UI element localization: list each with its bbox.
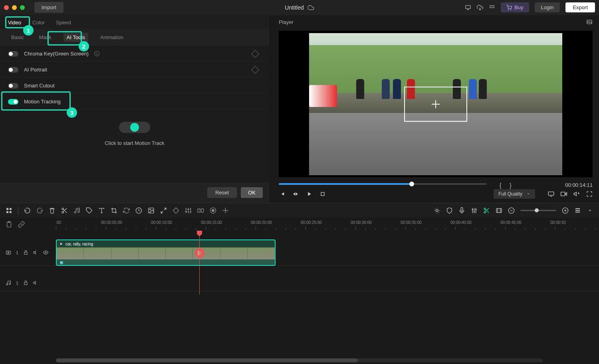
split-icon[interactable] [197,207,204,214]
svg-point-17 [62,212,63,213]
minimize-window-icon[interactable] [12,5,17,10]
svg-rect-41 [24,252,28,254]
undo-icon[interactable] [24,207,31,214]
paste-icon[interactable] [6,221,12,228]
eye-icon[interactable] [43,250,48,255]
subtab-mask[interactable]: Mask [36,33,55,42]
subtab-animation[interactable]: Animation [97,33,127,42]
cloud-sync-icon[interactable] [308,4,314,11]
crop-icon[interactable] [111,207,117,214]
tab-speed[interactable]: Speed [56,20,71,26]
mark-out-icon[interactable]: } [510,182,512,189]
video-preview[interactable] [279,31,593,177]
keyframe-icon[interactable] [251,66,259,74]
display-icon[interactable] [548,191,554,197]
mixer-icon[interactable] [471,207,478,214]
ok-button[interactable]: OK [241,187,263,198]
tool-chroma-key: Chroma Key(Green Screen) i [0,46,269,62]
lock-icon[interactable] [23,250,28,255]
chevron-down-icon[interactable] [587,207,593,214]
keyframe-icon[interactable] [251,50,259,58]
stop-icon[interactable] [319,191,326,197]
frame-icon[interactable] [496,207,502,214]
svg-point-18 [74,212,76,213]
apps-grid-icon[interactable] [489,4,495,11]
adjust-icon[interactable] [185,207,192,214]
play-icon[interactable] [306,191,312,197]
svg-rect-4 [490,7,491,8]
step-back-icon[interactable] [292,191,299,197]
link-icon[interactable] [18,221,25,228]
snapshot-icon[interactable] [586,19,593,25]
svg-point-27 [436,210,438,212]
delete-icon[interactable] [49,207,56,214]
motion-tracking-toggle[interactable] [8,99,18,105]
playhead[interactable] [199,231,200,295]
redo-icon[interactable] [36,207,43,214]
close-window-icon[interactable] [4,5,9,10]
prev-frame-icon[interactable] [279,191,285,197]
import-button[interactable]: Import [34,2,63,13]
chroma-key-toggle[interactable] [8,51,18,57]
desktop-icon[interactable] [465,4,471,11]
video-clip[interactable]: car, rally, racing [56,239,276,266]
marker-icon[interactable] [222,207,229,214]
speed-icon[interactable] [135,207,142,214]
zoom-slider[interactable] [520,210,556,211]
cut-marker-icon[interactable] [195,248,204,258]
record-icon[interactable] [210,207,216,214]
effects-icon[interactable] [434,207,440,214]
motion-tracking-label: Motion Tracking [24,99,61,105]
quality-dropdown[interactable]: Full Quality [494,189,535,199]
image-icon[interactable] [148,207,155,214]
rotate-icon[interactable] [123,207,130,214]
text-icon[interactable] [98,207,105,214]
diamond-icon[interactable] [173,207,179,214]
track-height-icon[interactable] [574,207,581,214]
svg-rect-46 [24,283,28,285]
subtab-basic[interactable]: Basic [8,33,27,42]
smart-cutout-toggle[interactable] [8,83,18,89]
mute-icon[interactable] [33,280,38,285]
cloud-download-icon[interactable] [477,4,483,11]
svg-rect-34 [575,210,580,211]
scene-person [356,79,364,99]
lock-icon[interactable] [23,280,28,285]
zoom-out-icon[interactable] [508,207,515,214]
zoom-in-icon[interactable] [562,207,569,214]
buy-button[interactable]: Buy [501,2,529,12]
volume-icon[interactable] [573,191,580,197]
cut-icon[interactable] [61,207,68,214]
mic-icon[interactable] [458,207,465,214]
subtab-ai-tools[interactable]: AI Tools [63,33,88,42]
reset-button[interactable]: Reset [207,187,237,198]
export-button[interactable]: Export [565,2,595,12]
mark-in-icon[interactable]: { [499,182,501,189]
tag-icon[interactable] [86,207,93,214]
fullscreen-icon[interactable] [586,191,593,197]
maximize-window-icon[interactable] [20,5,25,10]
player-timecode: 00:00:14:11 [565,182,593,188]
shield-icon[interactable] [446,207,453,214]
motion-track-prompt: Click to start Motion Track [0,140,269,146]
tool-motion-tracking: Motion Tracking [0,94,269,110]
magic-cut-icon[interactable] [483,207,490,214]
timeline-scrollbar[interactable] [56,358,543,362]
mute-icon[interactable] [33,250,38,255]
layout-icon[interactable] [6,207,12,214]
tab-color[interactable]: Color [32,20,45,26]
motion-track-target-box[interactable] [404,87,467,122]
music-icon[interactable] [73,207,80,214]
scene-car [309,85,337,107]
ai-portrait-toggle[interactable] [8,67,18,73]
playhead-handle[interactable] [197,231,202,236]
timeline-ruler[interactable]: 00:0000:00:05:0000:00:10:0000:00:15:0000… [56,218,599,231]
info-icon[interactable]: i [94,51,99,56]
expand-icon[interactable] [160,207,167,214]
login-button[interactable]: Login [535,2,560,12]
motion-track-start-toggle[interactable] [119,122,150,133]
camera-icon[interactable] [561,191,567,197]
svg-point-44 [6,283,8,285]
tab-video[interactable]: Video [8,20,21,26]
playback-progress[interactable] [279,183,486,185]
